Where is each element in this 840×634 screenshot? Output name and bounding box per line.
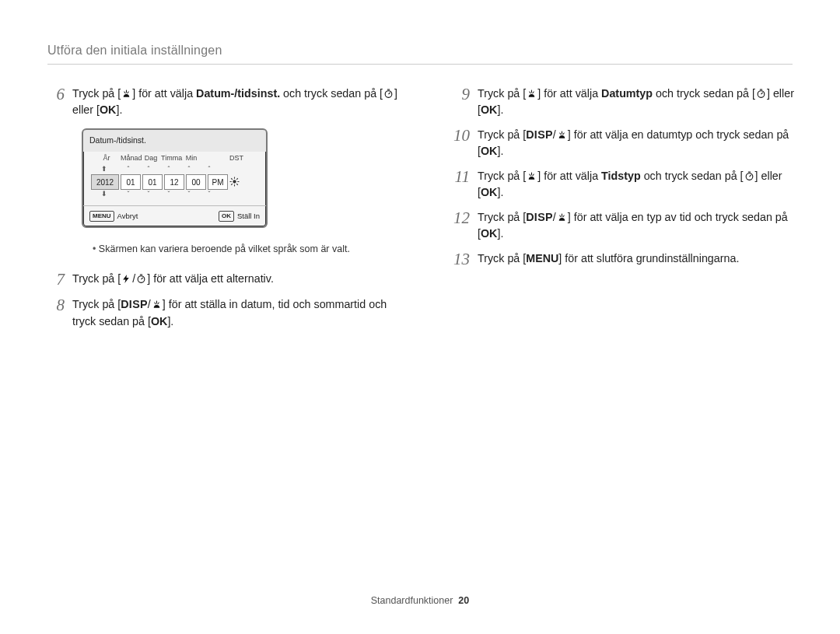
caret-down-icon: ˇ — [180, 190, 198, 199]
lcd-value-row: 2012 01 01 12 00 PM — [83, 174, 266, 190]
step-9: 9 Tryck på [] för att välja Datumtyp och… — [448, 86, 794, 119]
step-number: 9 — [448, 86, 470, 119]
lcd-hour: 12 — [164, 174, 184, 190]
svg-line-1 — [389, 93, 390, 94]
svg-line-13 — [142, 278, 143, 279]
timer-icon — [756, 89, 766, 99]
caret-down-icon: ˇ — [159, 190, 178, 199]
svg-line-10 — [231, 184, 233, 186]
caret-up-icon: ˆ — [159, 165, 178, 174]
lcd-cancel: MENU Avbryt — [89, 211, 138, 222]
caret-up-icon: ˆ — [180, 165, 198, 174]
ok-label: OK — [100, 103, 116, 116]
bold-term: Datum-/tidsinst. — [196, 87, 280, 100]
lcd-cancel-label: Avbryt — [117, 211, 138, 222]
step-number: 7 — [47, 271, 65, 289]
menu-key-icon: MENU — [89, 211, 114, 222]
menu-label: MENU — [526, 252, 558, 264]
macro-icon — [152, 299, 162, 310]
lcd-label-hour: Timma — [161, 153, 181, 164]
footer-section: Standardfunktioner — [371, 595, 453, 606]
arrow-up-icon: ⬆ — [91, 165, 117, 174]
lcd-set-label: Ställ In — [237, 211, 260, 222]
step-body: Tryck på [] för att välja Datumtyp och t… — [478, 86, 794, 119]
step-number: 12 — [448, 209, 470, 243]
ok-label: OK — [151, 315, 167, 328]
caret-down-icon: ˇ — [139, 190, 158, 199]
step-number: 6 — [47, 86, 65, 119]
arrow-down-icon: ⬇ — [91, 190, 117, 199]
ok-label: OK — [481, 103, 497, 116]
macro-icon — [121, 89, 131, 99]
step-body: Tryck på [DISP/] för att välja en typ av… — [478, 209, 794, 243]
step-body: Tryck på [MENU] för att slutföra grundin… — [478, 250, 794, 268]
lcd-label-day: Dag — [141, 153, 161, 164]
step-6: 6 Tryck på [] för att välja Datum-/tidsi… — [47, 86, 409, 119]
step-number: 11 — [448, 168, 470, 201]
step-number: 8 — [47, 296, 65, 330]
caret-down-icon: ˇ — [200, 190, 219, 199]
timer-icon — [383, 89, 394, 99]
svg-point-15 — [758, 91, 765, 98]
lcd-screen: Datum-/tidsinst. År Månad Dag Timma Min … — [82, 128, 268, 229]
disp-label: DISP — [121, 298, 148, 310]
step-number: 10 — [448, 127, 470, 160]
lcd-title: Datum-/tidsinst. — [83, 130, 266, 152]
lcd-month: 01 — [121, 174, 141, 190]
step-11: 11 Tryck på [] för att välja Tidstyp och… — [448, 168, 794, 201]
macro-icon — [557, 212, 567, 222]
lcd-year: 2012 — [91, 174, 119, 190]
svg-point-3 — [233, 180, 236, 184]
footer-page-number: 20 — [458, 595, 469, 606]
caret-up-icon: ˆ — [200, 165, 219, 174]
svg-line-8 — [231, 179, 233, 180]
left-column: 6 Tryck på [] för att välja Datum-/tidsi… — [47, 86, 409, 338]
lcd-day: 01 — [142, 174, 163, 190]
header-rule — [47, 64, 793, 65]
disp-label: DISP — [526, 128, 553, 141]
step-10: 10 Tryck på [DISP/] för att välja en dat… — [448, 127, 794, 160]
bold-term: Tidstyp — [601, 170, 641, 182]
timer-icon — [136, 274, 146, 284]
flash-icon — [121, 274, 131, 284]
lcd-arrows-up: ⬆ ˆ ˆ ˆ ˆ ˆ — [83, 165, 266, 174]
lcd-label-month: Månad — [121, 153, 141, 164]
step-body: Tryck på [] för att välja Datum-/tidsins… — [72, 86, 409, 119]
lcd-set: OK Ställ In — [219, 211, 260, 222]
lcd-ampm: PM — [208, 174, 228, 190]
step-13: 13 Tryck på [MENU] för att slutföra grun… — [448, 250, 794, 268]
step-body: Tryck på [DISP/] för att välja en datumt… — [478, 127, 794, 160]
lcd-footer: MENU Avbryt OK Ställ In — [83, 205, 266, 226]
bold-term: Datumtyp — [601, 87, 653, 100]
lcd-min: 00 — [186, 174, 206, 190]
page-title: Utföra den initiala inställningen — [47, 44, 222, 58]
macro-icon — [557, 130, 567, 140]
right-column: 9 Tryck på [] för att välja Datumtyp och… — [448, 86, 794, 276]
svg-line-11 — [236, 179, 238, 180]
svg-point-0 — [385, 91, 392, 98]
svg-point-12 — [138, 276, 145, 283]
caret-up-icon: ˆ — [139, 165, 158, 174]
ok-key-icon: OK — [219, 211, 234, 222]
ok-label: OK — [481, 186, 497, 198]
timer-icon — [744, 171, 754, 181]
lcd-label-year: År — [93, 153, 121, 164]
step-body: Tryck på [/] för att välja ett alternati… — [72, 271, 409, 289]
lcd-column-labels: År Månad Dag Timma Min DST — [83, 152, 266, 166]
page-footer: Standardfunktioner 20 — [0, 595, 840, 606]
step-body: Tryck på [DISP/] för att ställa in datum… — [72, 296, 409, 330]
caret-up-icon: ˆ — [119, 165, 138, 174]
svg-line-19 — [749, 175, 751, 177]
macro-icon — [527, 171, 537, 181]
step-body: Tryck på [] för att välja Tidstyp och tr… — [478, 168, 794, 201]
step-number: 13 — [448, 250, 470, 268]
lcd-label-dst: DST — [226, 153, 247, 164]
step-7: 7 Tryck på [/] för att välja ett alterna… — [47, 271, 409, 289]
lcd-label-min: Min — [181, 153, 201, 164]
dst-off-icon — [229, 174, 247, 190]
ok-label: OK — [481, 145, 497, 157]
svg-line-16 — [761, 93, 762, 94]
lcd-arrows-down: ⬇ ˇ ˇ ˇ ˇ ˇ — [83, 190, 266, 199]
svg-line-9 — [236, 184, 238, 186]
disp-label: DISP — [526, 211, 553, 223]
